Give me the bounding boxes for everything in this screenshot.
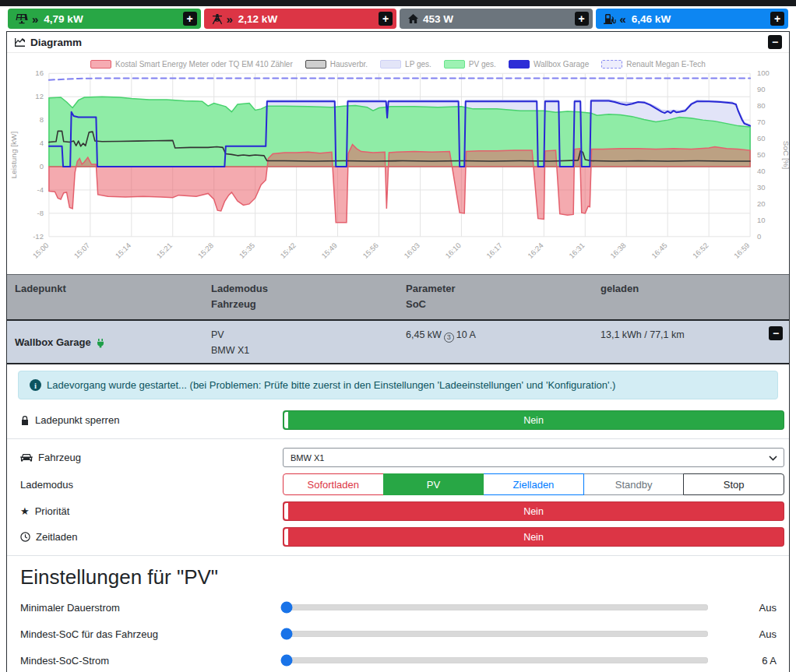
- svg-text:16:45: 16:45: [650, 241, 669, 260]
- svg-text:15:07: 15:07: [72, 241, 92, 260]
- legend-swatch: [90, 60, 111, 69]
- svg-text:16:03: 16:03: [402, 241, 421, 260]
- svg-text:16:38: 16:38: [608, 241, 628, 260]
- svg-text:50: 50: [757, 150, 766, 159]
- svg-text:15:28: 15:28: [196, 241, 216, 260]
- legend-swatch: [380, 60, 401, 69]
- chargepoint-row: Wallbox Garage PV BMW X1 6,45 kW310 A 13…: [7, 319, 789, 364]
- slider-value: 6 A: [708, 655, 783, 667]
- pv-power-badge: » 4,79 kW +: [8, 9, 201, 29]
- mode-sofortladen-button[interactable]: Sofortladen: [283, 473, 384, 495]
- svg-text:0: 0: [40, 162, 44, 171]
- svg-text:16:17: 16:17: [484, 241, 504, 260]
- legend-item[interactable]: Hausverbr.: [305, 60, 368, 69]
- timecharge-label: Zeitladen: [36, 531, 77, 543]
- priority-row: ★ Priorität Nein: [7, 498, 789, 524]
- slider-control[interactable]: [283, 654, 708, 667]
- svg-text:80: 80: [757, 101, 766, 110]
- svg-text:15:56: 15:56: [361, 241, 380, 260]
- timecharge-toggle-state: Nein: [523, 532, 544, 543]
- legend-item[interactable]: PV ges.: [444, 60, 496, 69]
- legend-swatch: [444, 60, 465, 69]
- svg-text:20: 20: [757, 199, 766, 208]
- chargemode-row: Lademodus Sofortladen PV Zielladen Stand…: [7, 470, 789, 498]
- collapse-diagram-button[interactable]: −: [768, 35, 782, 49]
- mode-pv-button[interactable]: PV: [383, 473, 484, 495]
- expand-grid-button[interactable]: +: [379, 12, 393, 26]
- expand-pv-button[interactable]: +: [183, 12, 197, 26]
- lock-row: Ladepunkt sperren Nein: [7, 407, 789, 433]
- area-chart-icon: [14, 37, 26, 47]
- svg-text:30: 30: [757, 183, 766, 192]
- slider-value: Aus: [708, 602, 783, 614]
- timecharge-toggle[interactable]: Nein: [283, 527, 784, 547]
- divider: [7, 555, 789, 556]
- slider-control[interactable]: [283, 601, 708, 614]
- solar-panel-icon: [16, 13, 28, 24]
- page: » 4,79 kW + » 2,12 kW + 453 W +: [0, 0, 796, 672]
- svg-text:-8: -8: [37, 209, 43, 217]
- mode-standby-button[interactable]: Standby: [583, 473, 685, 495]
- slider-label: Minimaler Dauerstrom: [20, 602, 283, 614]
- svg-text:100: 100: [757, 69, 770, 77]
- svg-text:4: 4: [40, 139, 44, 147]
- lock-toggle[interactable]: Nein: [283, 410, 784, 430]
- ev-charger-icon: [604, 13, 616, 25]
- mode-zielladen-button[interactable]: Zielladen: [483, 473, 584, 495]
- star-icon: ★: [20, 505, 30, 517]
- legend-label: Renault Megan E-Tech: [626, 60, 706, 69]
- phase-count-icon: 3: [444, 332, 454, 343]
- slider-track[interactable]: [283, 657, 708, 663]
- legend-item[interactable]: LP ges.: [380, 60, 431, 69]
- vehicle-value: BMW X1: [211, 343, 398, 358]
- legend-swatch: [509, 60, 530, 69]
- slider-track[interactable]: [283, 631, 708, 637]
- svg-text:8: 8: [40, 115, 44, 124]
- charge-power: 6,45 kW: [406, 329, 442, 340]
- svg-text:15:21: 15:21: [155, 241, 174, 260]
- priority-label: Priorität: [35, 505, 70, 517]
- priority-toggle[interactable]: Nein: [283, 501, 784, 521]
- svg-text:-12: -12: [33, 232, 44, 241]
- charging-started-alert: i Ladevorgang wurde gestartet... (bei Pr…: [18, 371, 778, 399]
- slider-thumb[interactable]: [281, 655, 293, 667]
- mode-stop-button[interactable]: Stop: [683, 473, 784, 495]
- status-badge-row: » 4,79 kW + » 2,12 kW + 453 W +: [0, 6, 796, 31]
- timecharge-row: Zeitladen Nein: [7, 524, 789, 550]
- legend-item[interactable]: Renault Megan E-Tech: [601, 60, 706, 69]
- flow-direction-arrows: »: [227, 12, 233, 26]
- slider-label: Mindest-SoC-Strom: [20, 655, 283, 667]
- svg-text:15:42: 15:42: [278, 241, 298, 260]
- vehicle-select[interactable]: BMW X1: [283, 448, 784, 467]
- slider-control[interactable]: [283, 628, 708, 640]
- collapse-chargepoint-button[interactable]: −: [769, 326, 783, 340]
- expand-house-button[interactable]: +: [575, 12, 589, 26]
- vehicle-label: Fahrzeug: [38, 452, 81, 463]
- lock-toggle-state: Nein: [523, 415, 544, 426]
- svg-text:90: 90: [757, 85, 766, 93]
- chargepoint-table-header: Ladepunkt LademodusFahrzeug ParameterSoC…: [7, 274, 789, 319]
- chargemode-value: PV: [211, 327, 398, 343]
- slider-value: Aus: [708, 628, 783, 640]
- svg-text:15:49: 15:49: [319, 241, 339, 260]
- power-tower-icon: [212, 13, 223, 25]
- slider-thumb[interactable]: [281, 602, 293, 614]
- legend-item[interactable]: Kostal Smart Energy Meter oder TQ EM 410…: [90, 60, 293, 69]
- grid-power-value: 2,12 kW: [238, 13, 277, 25]
- legend-item[interactable]: Wallbox Garage: [509, 60, 589, 69]
- slider-row: Mindest-SoC für das FahrzeugAus: [7, 621, 789, 647]
- svg-text:SoC [%]: SoC [%]: [782, 141, 789, 170]
- power-soc-chart: 15:0015:0715:1415:2115:2815:3515:4215:49…: [7, 69, 789, 274]
- house-power-badge: 453 W +: [400, 9, 593, 29]
- svg-text:16:31: 16:31: [567, 241, 586, 260]
- slider-track[interactable]: [283, 604, 708, 610]
- legend-label: PV ges.: [469, 60, 496, 69]
- info-icon: i: [30, 379, 41, 391]
- svg-text:12: 12: [35, 92, 44, 100]
- pv-settings-heading: Einstellungen für "PV": [7, 565, 789, 589]
- flow-direction-arrows: «: [620, 12, 626, 26]
- pv-settings-sliders: Minimaler DauerstromAusMindest-SoC für d…: [7, 594, 789, 672]
- charged-energy: 13,1 kWh / 77,1 km: [593, 327, 789, 358]
- expand-charge-button[interactable]: +: [770, 12, 784, 26]
- slider-thumb[interactable]: [281, 628, 293, 640]
